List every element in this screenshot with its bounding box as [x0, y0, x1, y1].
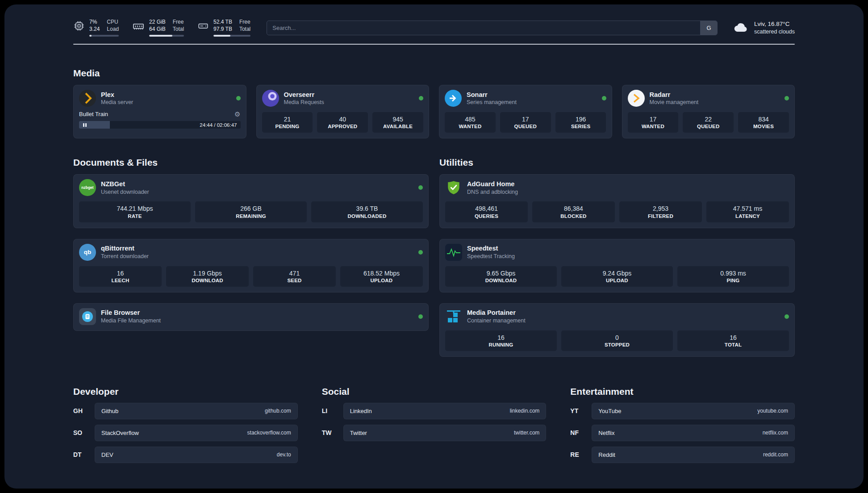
search-input[interactable]	[267, 21, 700, 35]
app-name: Radarr	[650, 91, 699, 99]
playback-progress-bar[interactable]: 24:44 / 02:06:47	[79, 121, 241, 129]
bookmark-abbr: NF	[570, 429, 592, 436]
nzbget-icon: nzbget	[79, 179, 96, 196]
stat-tile: 485 WANTED	[445, 112, 496, 133]
stat-value: 9.24 Gbps	[563, 269, 671, 277]
stat-tile: 266 GB REMAINING	[195, 201, 307, 222]
stat-label: AVAILABLE	[374, 124, 421, 129]
overseerr-card[interactable]: Overseerr Media Requests 21 PENDING 40 A…	[256, 85, 430, 138]
storage-free-label: Free	[239, 19, 250, 26]
stat-value: 834	[740, 115, 787, 123]
app-description: Container management	[467, 317, 526, 324]
bookmark-name: StackOverflow	[101, 430, 139, 436]
app-description: Media server	[101, 99, 133, 106]
app-name: File Browser	[101, 309, 161, 317]
app-name: NZBGet	[101, 180, 149, 188]
stat-tile: 9.65 Gbps DOWNLOAD	[445, 266, 557, 287]
bookmark-name: Reddit	[598, 451, 615, 458]
storage-total-value: 97.9 TB	[213, 26, 232, 33]
stat-label: WANTED	[447, 124, 494, 129]
stat-value: 16	[447, 334, 555, 342]
weather-widget: Lviv, 16.87°C scattered clouds	[733, 20, 795, 36]
stat-tile: 39.6 TB DOWNLOADED	[311, 201, 423, 222]
playback-time: 24:44 / 02:06:47	[200, 122, 237, 128]
app-name: Media Portainer	[467, 309, 526, 317]
bookmark-abbr: SO	[73, 429, 95, 436]
stat-tile: 16 RUNNING	[445, 330, 557, 351]
stat-tile: 1.19 Gbps DOWNLOAD	[166, 266, 249, 287]
bookmark-row: GH Github github.com	[73, 403, 298, 419]
app-description: Series management	[467, 99, 517, 106]
utilities-column: Utilities AdGuard Home DNS and a	[439, 157, 795, 357]
app-description: Media Requests	[284, 99, 324, 106]
speedtest-card[interactable]: Speedtest Speedtest Tracking 9.65 Gbps D…	[439, 239, 795, 292]
speedtest-pulse-icon	[445, 244, 462, 261]
radarr-card[interactable]: Radarr Movie management 17 WANTED 22 QUE…	[622, 85, 795, 138]
adguard-card[interactable]: AdGuard Home DNS and adblocking 498,461 …	[439, 174, 795, 228]
stat-value: 47.571 ms	[708, 205, 787, 213]
settings-gear-icon[interactable]: ⚙	[234, 111, 240, 117]
stat-tile: 196 SERIES	[555, 112, 606, 133]
stat-value: 744.21 Mbps	[81, 205, 189, 213]
stat-tile: 471 SEED	[253, 266, 336, 287]
bookmark-name: Twitter	[350, 430, 367, 436]
bookmark-link-dev[interactable]: DEV dev.to	[95, 447, 298, 463]
bookmark-name: Netflix	[598, 430, 614, 436]
bookmark-row: TW Twitter twitter.com	[322, 425, 547, 441]
sonarr-icon	[445, 90, 462, 107]
status-dot	[418, 250, 423, 255]
stat-value: 17	[502, 115, 549, 123]
portainer-card[interactable]: Media Portainer Container management 16 …	[439, 303, 795, 357]
filebrowser-icon	[79, 308, 96, 325]
stat-value: 40	[319, 115, 366, 123]
bookmark-url: netflix.com	[763, 430, 788, 436]
section-title-entertainment: Entertainment	[570, 386, 795, 397]
bookmark-abbr: GH	[73, 407, 95, 414]
bookmark-link-netflix[interactable]: Netflix netflix.com	[592, 425, 795, 441]
status-dot	[418, 314, 423, 319]
qbittorrent-icon: qb	[79, 244, 96, 261]
stat-label: PING	[679, 278, 787, 283]
stat-tile: 498,461 QUERIES	[445, 201, 528, 222]
app-name: Plex	[101, 91, 133, 99]
app-description: Movie management	[650, 99, 699, 106]
stat-tile: 0 STOPPED	[561, 330, 673, 351]
now-playing-title: Bullet Train	[79, 111, 108, 117]
bookmark-row: DT DEV dev.to	[73, 447, 298, 463]
bookmark-link-github[interactable]: Github github.com	[95, 403, 298, 419]
bookmark-name: DEV	[101, 451, 113, 458]
header-divider	[73, 44, 795, 45]
pause-icon[interactable]	[82, 121, 88, 129]
filebrowser-card[interactable]: File Browser Media File Management	[73, 303, 429, 331]
weather-condition: scattered clouds	[754, 28, 795, 36]
sonarr-card[interactable]: Sonarr Series management 485 WANTED 17 Q…	[439, 85, 612, 138]
app-name: AdGuard Home	[467, 180, 518, 188]
bookmark-link-reddit[interactable]: Reddit reddit.com	[592, 447, 795, 463]
app-description: Usenet downloader	[101, 188, 149, 196]
bookmark-url: linkedin.com	[510, 408, 540, 414]
qbittorrent-card[interactable]: qb qBittorrent Torrent downloader 16 LEE…	[73, 239, 429, 292]
memory-free-label: Free	[173, 19, 184, 26]
cloud-icon	[733, 20, 749, 36]
stat-label: UPLOAD	[342, 278, 421, 283]
weather-location: Lviv, 16.87°C	[754, 20, 795, 28]
adguard-shield-icon	[445, 179, 462, 196]
search-engine-button[interactable]: G	[700, 21, 717, 35]
stat-tile: 17 QUEUED	[500, 112, 551, 133]
stat-value: 471	[255, 269, 334, 277]
bookmark-link-youtube[interactable]: YouTube youtube.com	[592, 403, 795, 419]
stat-value: 485	[447, 115, 494, 123]
bookmark-url: twitter.com	[514, 430, 539, 436]
bookmark-link-linkedin[interactable]: LinkedIn linkedin.com	[343, 403, 547, 419]
app-description: Speedtest Tracking	[467, 253, 515, 260]
bookmark-link-twitter[interactable]: Twitter twitter.com	[343, 425, 547, 441]
status-dot	[418, 185, 423, 190]
stat-label: UPLOAD	[563, 278, 671, 283]
plex-icon	[79, 90, 96, 107]
bookmark-url: youtube.com	[757, 408, 788, 414]
nzbget-card[interactable]: nzbget NZBGet Usenet downloader 744.21 M…	[73, 174, 429, 228]
cpu-load-label: Load	[107, 26, 119, 33]
bookmark-link-stackoverflow[interactable]: StackOverflow stackoverflow.com	[95, 425, 298, 441]
stat-value: 266 GB	[197, 205, 305, 213]
plex-card[interactable]: Plex Media server Bullet Train ⚙ 24:44 /…	[73, 85, 246, 138]
